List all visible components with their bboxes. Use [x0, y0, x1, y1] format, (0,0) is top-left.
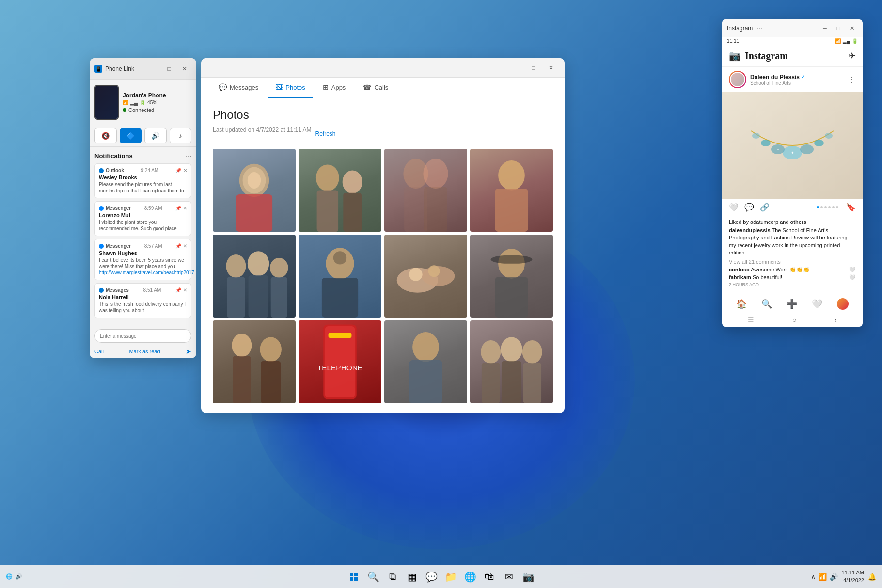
close-notif-2[interactable]: ✕: [183, 206, 187, 211]
minimize-photos-button[interactable]: ─: [509, 61, 523, 75]
pin-icon-4[interactable]: 📌: [175, 287, 181, 293]
ig-bookmark-button[interactable]: 🔖: [846, 203, 856, 212]
volume-tray-icon[interactable]: 🔊: [16, 573, 22, 580]
network-icon[interactable]: 🌐: [6, 573, 13, 580]
photo-2[interactable]: [299, 149, 381, 232]
photo-5[interactable]: [213, 235, 296, 318]
photos-grid: TELEPHONE: [213, 149, 553, 403]
close-notif-1[interactable]: ✕: [183, 168, 187, 173]
photo-7[interactable]: [384, 235, 467, 318]
close-button[interactable]: ✕: [178, 62, 191, 76]
photo-12[interactable]: [470, 320, 553, 403]
tray-chevron-icon[interactable]: ∧: [811, 573, 816, 581]
ig-carousel-dots: [817, 206, 838, 208]
maximize-button[interactable]: □: [162, 62, 176, 76]
photo-3[interactable]: [384, 149, 467, 232]
ig-android-back-button[interactable]: ‹: [835, 316, 837, 324]
tab-messages[interactable]: 💬 Messages: [211, 78, 266, 98]
pin-icon-2[interactable]: 📌: [175, 206, 181, 211]
ig-profile-button[interactable]: [837, 298, 849, 310]
volume-button[interactable]: 🔊: [144, 128, 167, 143]
ig-add-button[interactable]: ➕: [787, 299, 797, 309]
photo-1[interactable]: [213, 149, 296, 232]
svg-text:✦: ✦: [791, 151, 794, 155]
mute-button[interactable]: 🔇: [94, 128, 117, 143]
call-link[interactable]: Call: [94, 349, 104, 354]
close-notif-3[interactable]: ✕: [183, 243, 187, 249]
ig-like-button[interactable]: 🤍: [729, 203, 739, 212]
maximize-photos-button[interactable]: □: [527, 61, 540, 75]
svg-point-11: [423, 159, 448, 189]
edge-taskbar-button[interactable]: 🌐: [461, 568, 479, 586]
notif-sender-2: Lorenzo Mui: [99, 212, 187, 218]
ig-close-button[interactable]: ✕: [846, 22, 858, 34]
close-photos-button[interactable]: ✕: [544, 61, 558, 75]
photos-titlebar: ─ □ ✕: [201, 58, 565, 78]
ig-minimize-button[interactable]: ─: [819, 22, 831, 34]
tray-volume-icon[interactable]: 🔊: [830, 573, 838, 581]
photo-6[interactable]: [299, 235, 381, 318]
photo-4[interactable]: [470, 149, 553, 232]
send-icon[interactable]: ➤: [186, 348, 191, 355]
photo-10[interactable]: TELEPHONE: [299, 320, 381, 403]
pin-icon-1[interactable]: 📌: [175, 168, 181, 173]
ig-android-menu-button[interactable]: ☰: [748, 316, 754, 324]
notifications-button[interactable]: 🔔: [868, 573, 876, 581]
ig-android-home-button[interactable]: ○: [792, 316, 796, 324]
ig-search-nav-button[interactable]: 🔍: [761, 299, 772, 309]
photo-9[interactable]: [213, 320, 296, 403]
ig-view-comments[interactable]: View all 21 comments: [729, 259, 856, 265]
tray-network-icon[interactable]: 📶: [819, 573, 827, 581]
ig-maximize-button[interactable]: □: [833, 22, 844, 34]
ig-username: Daleen du Plessis ✓: [750, 74, 805, 80]
music-button[interactable]: ♪: [170, 128, 192, 143]
message-input-area: [90, 326, 196, 346]
taskbar-time[interactable]: 11:11 AM 4/1/2022: [842, 569, 864, 584]
ig-send-button[interactable]: ✈: [849, 50, 856, 61]
tab-calls[interactable]: ☎ Calls: [355, 78, 396, 98]
svg-point-53: [814, 140, 824, 146]
ig-like-comment-2[interactable]: 🤍: [849, 274, 856, 281]
ig-others-link[interactable]: others: [790, 219, 807, 225]
ig-comment-button[interactable]: 💬: [744, 203, 754, 212]
ig-likes-text: Liked by adatumcorp and: [729, 219, 789, 225]
tab-photos[interactable]: 🖼 Photos: [268, 78, 313, 98]
ig-more-button[interactable]: ⋮: [848, 75, 856, 84]
connected-badge: Connected: [123, 107, 191, 113]
apps-tab-label: Apps: [331, 84, 346, 91]
svg-rect-60: [350, 577, 353, 581]
instagram-taskbar-button[interactable]: 📷: [520, 568, 537, 586]
ig-logo-icon: 📷: [729, 50, 741, 62]
message-input[interactable]: [94, 329, 191, 343]
store-taskbar-button[interactable]: 🛍: [481, 568, 498, 586]
start-button[interactable]: [345, 568, 362, 586]
chat-taskbar-button[interactable]: 💬: [423, 568, 440, 586]
notif-link[interactable]: http://www.margiestravel.com/beachtrip20…: [99, 270, 194, 275]
search-taskbar-button[interactable]: 🔍: [364, 568, 382, 586]
ig-heart-nav-button[interactable]: 🤍: [812, 299, 822, 309]
notifications-more-button[interactable]: ···: [186, 152, 191, 159]
close-notif-4[interactable]: ✕: [183, 287, 187, 293]
svg-point-4: [248, 172, 261, 189]
refresh-link[interactable]: Refresh: [315, 130, 336, 137]
minimize-button[interactable]: ─: [147, 62, 160, 76]
messenger-app-name-1: Messenger: [106, 206, 131, 211]
photos-window: ─ □ ✕ 💬 Messages 🖼 Photos ⊞ Apps ☎ Calls…: [201, 58, 565, 413]
explorer-taskbar-button[interactable]: 📁: [442, 568, 459, 586]
mail-taskbar-button[interactable]: ✉: [500, 568, 518, 586]
tab-apps[interactable]: ⊞ Apps: [315, 78, 354, 98]
pin-icon-3[interactable]: 📌: [175, 243, 181, 249]
ig-signal-icon: ▂▄: [843, 38, 850, 44]
ig-home-button[interactable]: 🏠: [736, 299, 747, 309]
photo-11[interactable]: [384, 320, 467, 403]
wifi-icon: 📶: [123, 100, 128, 105]
photo-8[interactable]: [470, 235, 553, 318]
widgets-button[interactable]: ▦: [403, 568, 421, 586]
bluetooth-button[interactable]: 🔷: [120, 128, 142, 143]
ig-like-comment-1[interactable]: 🤍: [849, 267, 856, 273]
ig-post-image: ✦ ✦: [722, 92, 863, 199]
ig-share-button[interactable]: 🔗: [760, 203, 770, 212]
task-view-button[interactable]: ⧉: [384, 568, 401, 586]
taskbar-time-text: 11:11 AM: [842, 569, 864, 576]
mark-as-read-link[interactable]: Mark as read: [129, 349, 160, 354]
